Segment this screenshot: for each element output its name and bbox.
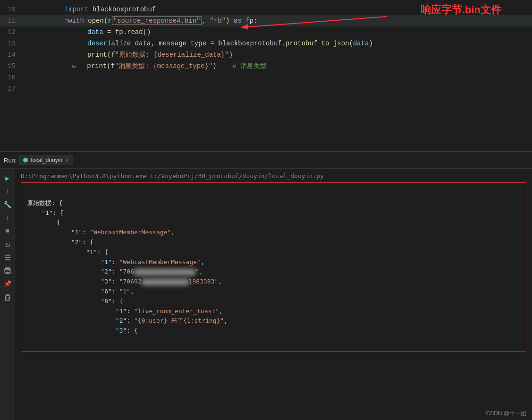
output-line-5: "2": { — [27, 239, 93, 246]
output-line-1: 原始数据: { — [27, 199, 62, 206]
output-line-7: "1": "WebcastMemberMessage", — [27, 258, 204, 266]
output-line-9: "3": "706921983383", — [27, 278, 222, 285]
line-number-14: 14 — [0, 51, 21, 59]
run-tab-dot — [23, 158, 28, 163]
execution-path: D:\Programmer\Python3.8\python.exe E:/Vu… — [21, 172, 526, 180]
code-line-16: 16 — [0, 72, 532, 83]
code-lines: 10 import blackboxprotobuf 11 ⊟with open… — [0, 0, 532, 98]
run-tab-local-douyin[interactable]: local_douyin × — [18, 155, 73, 165]
code-line-15: 15 ⊟print(f"消息类型: {message_type}") # 消息类… — [0, 60, 532, 72]
run-tab-name: local_douyin — [31, 157, 62, 163]
line-number-13: 13 — [0, 40, 21, 47]
fold-icon-15: ⊟ — [72, 63, 76, 70]
output-line-8: "2": "706", — [27, 268, 203, 275]
svg-rect-2 — [5, 255, 10, 256]
run-tab-header: Run: local_douyin × — [0, 152, 532, 169]
line-number-10: 10 — [0, 6, 21, 13]
output-line-3: { — [27, 219, 60, 226]
run-sidebar: ▶ ↑ 🔧 ↓ ■ ↺ 📌 — [0, 169, 15, 420]
run-panel: Run: local_douyin × ▶ ↑ 🔧 ↓ ■ ↺ — [0, 152, 532, 420]
line-number-17: 17 — [0, 85, 21, 93]
output-line-4: "1": "WebcastMemberMessage", — [27, 229, 175, 236]
output-line-2: "1": [ — [27, 209, 64, 216]
run-label: Run: — [4, 157, 17, 164]
stop-button[interactable]: ■ — [2, 225, 13, 237]
play-button[interactable]: ▶ — [2, 172, 13, 184]
trash-button[interactable] — [2, 291, 13, 303]
scroll-down-button[interactable]: ↓ — [2, 212, 13, 223]
line-number-12: 12 — [0, 28, 21, 36]
output-line-11: "8": { — [27, 298, 123, 305]
svg-rect-9 — [6, 294, 9, 295]
code-editor: 响应字节.bin文件 10 import blackboxprotobuf — [0, 0, 532, 151]
line-number-15: 15 — [0, 62, 21, 70]
svg-rect-4 — [5, 259, 10, 260]
run-body: ▶ ↑ 🔧 ↓ ■ ↺ 📌 D — [0, 169, 532, 420]
app-container: 响应字节.bin文件 10 import blackboxprotobuf — [0, 0, 532, 420]
csdn-watermark: CSDN @十一姐 — [486, 410, 526, 418]
output-line-12: "1": "live_room_enter_toast", — [27, 308, 223, 315]
output-line-10: "6": "1", — [27, 288, 134, 295]
layers-button[interactable] — [2, 252, 13, 263]
code-line-17: 17 — [0, 83, 532, 94]
line-number-11: 11 — [0, 17, 21, 25]
run-content: D:\Programmer\Python3.8\python.exe E:/Vu… — [15, 169, 532, 420]
output-line-6: "1": { — [27, 249, 108, 256]
output-box: 原始数据: { "1": [ { "1": "WebcastMemberMess… — [21, 182, 526, 352]
output-line-14: "3": { — [27, 327, 138, 334]
svg-rect-3 — [5, 257, 10, 258]
svg-rect-11 — [5, 296, 9, 300]
line-number-16: 16 — [0, 74, 21, 81]
svg-point-8 — [9, 270, 10, 271]
scroll-up-button[interactable]: ↑ — [2, 186, 13, 197]
print-button[interactable] — [2, 265, 13, 276]
rerun-button[interactable]: ↺ — [2, 239, 13, 250]
run-tab-close[interactable]: × — [65, 157, 68, 163]
svg-rect-7 — [6, 272, 9, 274]
wrench-button[interactable]: 🔧 — [2, 199, 13, 210]
output-line-13: "2": "{0:user} 来了{1:string}", — [27, 317, 228, 324]
pin-button[interactable]: 📌 — [2, 278, 13, 290]
